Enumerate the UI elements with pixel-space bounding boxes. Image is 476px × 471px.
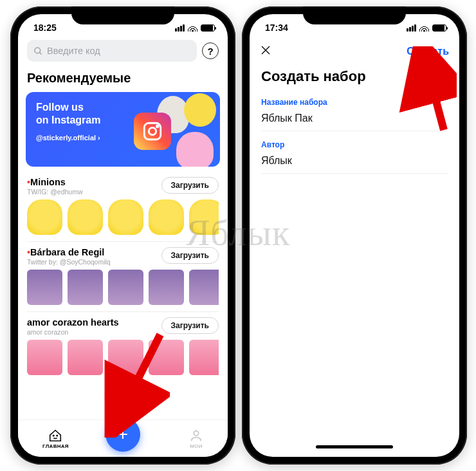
pack-subtitle: TW/IG: @edhumw [27, 188, 83, 196]
field-input-name[interactable]: Яблык Пак [261, 110, 448, 131]
search-icon [33, 46, 43, 56]
tab-home[interactable]: ГЛАВНАЯ [42, 429, 69, 449]
notch [303, 6, 406, 24]
sticker-pack: amor corazon hearts amor corazon Загрузи… [18, 313, 228, 376]
sticker-thumbnail[interactable] [149, 340, 184, 375]
svg-point-6 [57, 435, 57, 436]
help-button[interactable]: ? [202, 42, 219, 59]
signal-icon [407, 24, 416, 32]
battery-icon [201, 24, 215, 32]
sticker-thumbnail[interactable] [68, 199, 103, 235]
sticker-thumbnail[interactable] [27, 199, 62, 235]
question-icon: ? [207, 46, 213, 57]
sticker-thumbnail[interactable] [108, 340, 143, 375]
plus-icon: + [118, 424, 128, 445]
sticker-thumbnail[interactable] [189, 199, 219, 235]
signal-icon [175, 24, 185, 32]
svg-point-7 [194, 430, 198, 435]
home-icon [48, 429, 62, 443]
download-button[interactable]: Загрузить [161, 247, 219, 264]
section-recommended-title: Рекомендуемые [18, 67, 228, 92]
wifi-icon [188, 24, 197, 32]
home-indicator [250, 436, 459, 457]
sticker-pack: •Minions TW/IG: @edhumw Загрузить [18, 173, 228, 236]
svg-point-3 [149, 127, 156, 134]
sticker-thumbnail[interactable] [27, 340, 62, 375]
sticker-thumbnail[interactable] [189, 340, 219, 375]
tab-label: МОИ [190, 443, 203, 449]
status-time: 18:25 [33, 23, 57, 33]
status-time: 17:34 [265, 23, 288, 33]
sticker-thumbnail[interactable] [189, 270, 219, 305]
sticker-thumbnail[interactable] [108, 199, 143, 235]
instagram-icon [134, 113, 171, 150]
tab-mine[interactable]: МОИ [189, 429, 203, 449]
svg-point-5 [53, 435, 54, 436]
sticker-thumbnail[interactable] [27, 270, 62, 305]
close-button[interactable] [260, 43, 271, 60]
battery-icon [432, 24, 446, 32]
phone-right: 17:34 Создать Создать набор Название наб… [242, 6, 467, 465]
sticker-thumbnail[interactable] [68, 270, 103, 305]
tab-label: ГЛАВНАЯ [42, 443, 69, 449]
sticker-thumbnail[interactable] [108, 270, 143, 305]
sticker-pack: •Bárbara de Regil Twitter by: @SoyChoqom… [18, 243, 228, 306]
person-icon [189, 429, 203, 443]
pack-title: amor corazon hearts [27, 317, 119, 328]
download-button[interactable]: Загрузить [161, 317, 219, 334]
pack-title: Minions [30, 177, 66, 187]
divider [27, 241, 219, 242]
field-input-author[interactable]: Яблык [261, 152, 448, 174]
phone-left: 18:25 Введите код ? Рекомендуемые [10, 6, 235, 465]
svg-point-0 [35, 47, 41, 53]
notch [71, 6, 174, 24]
create-button[interactable]: Создать [407, 46, 449, 57]
pack-title: Bárbara de Regil [30, 247, 104, 257]
search-input[interactable]: Введите код [27, 40, 197, 62]
add-button[interactable]: + [105, 417, 140, 452]
field-label-name: Название набора [261, 98, 448, 107]
search-placeholder: Введите код [47, 46, 100, 56]
sticker-thumbnail[interactable] [149, 199, 184, 235]
page-title: Создать набор [250, 66, 459, 98]
promo-character-2 [184, 93, 216, 127]
promo-banner[interactable]: Follow us on Instagram @stickerly.offici… [26, 92, 220, 167]
svg-line-1 [39, 52, 41, 54]
tab-bar: ГЛАВНАЯ + МОИ [18, 420, 228, 457]
pack-subtitle: Twitter by: @SoyChoqomilq [27, 258, 111, 266]
wifi-icon [419, 24, 429, 32]
sticker-thumbnail[interactable] [68, 340, 103, 375]
divider [27, 311, 219, 312]
download-button[interactable]: Загрузить [161, 177, 219, 194]
field-label-author: Автор [261, 140, 448, 149]
pack-subtitle: amor corazon [27, 328, 119, 336]
svg-point-4 [156, 125, 158, 127]
sticker-thumbnail[interactable] [149, 270, 184, 305]
close-icon [260, 44, 271, 56]
promo-character-3 [176, 132, 214, 167]
